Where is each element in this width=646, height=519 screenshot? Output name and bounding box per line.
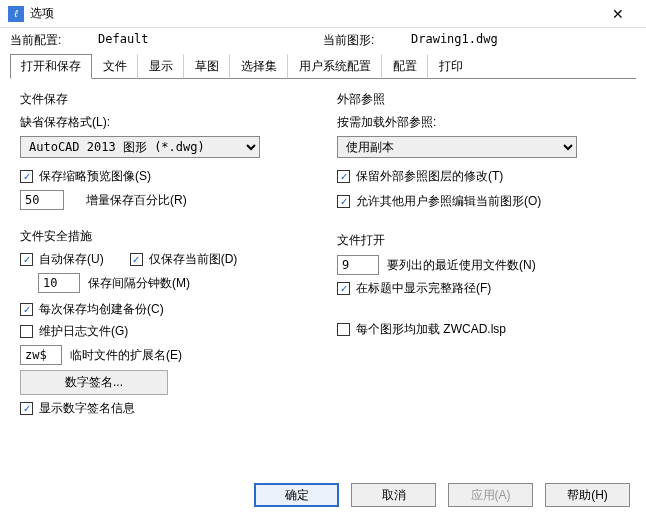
- current-only-checkbox[interactable]: [130, 253, 143, 266]
- cancel-button[interactable]: 取消: [351, 483, 436, 507]
- default-format-label: 缺省保存格式(L):: [20, 114, 110, 131]
- full-path-checkbox[interactable]: [337, 282, 350, 295]
- current-only-label: 仅保存当前图(D): [149, 251, 238, 268]
- default-format-select[interactable]: AutoCAD 2013 图形 (*.dwg): [20, 136, 260, 158]
- allow-edit-label: 允许其他用户参照编辑当前图形(O): [356, 193, 541, 210]
- recent-count-input[interactable]: [337, 255, 379, 275]
- tab-panel: 文件保存 缺省保存格式(L): AutoCAD 2013 图形 (*.dwg) …: [10, 79, 636, 445]
- temp-ext-label: 临时文件的扩展名(E): [70, 347, 182, 364]
- current-config-label: 当前配置:: [10, 32, 98, 49]
- autosave-label: 自动保存(U): [39, 251, 104, 268]
- show-digital-sig-checkbox[interactable]: [20, 402, 33, 415]
- xref-load-select[interactable]: 使用副本: [337, 136, 577, 158]
- temp-ext-input[interactable]: [20, 345, 62, 365]
- interval-input[interactable]: [38, 273, 80, 293]
- file-save-group: 文件保存 缺省保存格式(L): AutoCAD 2013 图形 (*.dwg) …: [20, 91, 309, 210]
- file-open-title: 文件打开: [337, 232, 626, 249]
- save-thumbnail-label: 保存缩略预览图像(S): [39, 168, 151, 185]
- full-path-label: 在标题中显示完整路径(F): [356, 280, 491, 297]
- ok-button[interactable]: 确定: [254, 483, 339, 507]
- tabstrip: 打开和保存 文件 显示 草图 选择集 用户系统配置 配置 打印: [10, 53, 636, 79]
- log-label: 维护日志文件(G): [39, 323, 128, 340]
- lsp-group: 每个图形均加载 ZWCAD.lsp: [337, 321, 626, 338]
- help-button[interactable]: 帮助(H): [545, 483, 630, 507]
- backup-label: 每次保存均创建备份(C): [39, 301, 164, 318]
- keep-layer-label: 保留外部参照图层的修改(T): [356, 168, 503, 185]
- current-drawing-label: 当前图形:: [323, 32, 411, 49]
- autosave-checkbox[interactable]: [20, 253, 33, 266]
- apply-button[interactable]: 应用(A): [448, 483, 533, 507]
- app-icon: ℓ: [8, 6, 24, 22]
- xref-title: 外部参照: [337, 91, 626, 108]
- show-digital-sig-label: 显示数字签名信息: [39, 400, 135, 417]
- tab-draft[interactable]: 草图: [184, 54, 230, 79]
- incremental-percent-label: 增量保存百分比(R): [86, 192, 187, 209]
- tab-open-save[interactable]: 打开和保存: [10, 54, 92, 79]
- window-title: 选项: [30, 5, 598, 22]
- right-column: 外部参照 按需加载外部参照: 使用副本 保留外部参照图层的修改(T) 允许其他用…: [337, 91, 626, 435]
- file-open-group: 文件打开 要列出的最近使用文件数(N) 在标题中显示完整路径(F): [337, 232, 626, 297]
- load-lsp-checkbox[interactable]: [337, 323, 350, 336]
- xref-group: 外部参照 按需加载外部参照: 使用副本 保留外部参照图层的修改(T) 允许其他用…: [337, 91, 626, 210]
- titlebar: ℓ 选项 ✕: [0, 0, 646, 28]
- load-lsp-label: 每个图形均加载 ZWCAD.lsp: [356, 321, 506, 338]
- log-checkbox[interactable]: [20, 325, 33, 338]
- incremental-percent-input[interactable]: [20, 190, 64, 210]
- close-icon[interactable]: ✕: [598, 0, 638, 28]
- left-column: 文件保存 缺省保存格式(L): AutoCAD 2013 图形 (*.dwg) …: [20, 91, 309, 435]
- safety-title: 文件安全措施: [20, 228, 309, 245]
- save-thumbnail-checkbox[interactable]: [20, 170, 33, 183]
- digital-signature-button[interactable]: 数字签名...: [20, 370, 168, 395]
- current-drawing-value: Drawing1.dwg: [411, 32, 498, 49]
- recent-count-label: 要列出的最近使用文件数(N): [387, 257, 536, 274]
- profile-row: 当前配置: Default 当前图形: Drawing1.dwg: [10, 28, 636, 51]
- file-save-title: 文件保存: [20, 91, 309, 108]
- tab-print[interactable]: 打印: [428, 54, 474, 79]
- xref-load-label: 按需加载外部参照:: [337, 114, 436, 131]
- tab-profiles[interactable]: 配置: [382, 54, 428, 79]
- tab-display[interactable]: 显示: [138, 54, 184, 79]
- tab-file[interactable]: 文件: [92, 54, 138, 79]
- safety-group: 文件安全措施 自动保存(U) 仅保存当前图(D) 保存间隔分钟数(M): [20, 228, 309, 417]
- dialog-footer: 确定 取消 应用(A) 帮助(H): [0, 483, 646, 519]
- keep-layer-checkbox[interactable]: [337, 170, 350, 183]
- interval-label: 保存间隔分钟数(M): [88, 275, 190, 292]
- tab-selection[interactable]: 选择集: [230, 54, 288, 79]
- tab-user-prefs[interactable]: 用户系统配置: [288, 54, 382, 79]
- allow-edit-checkbox[interactable]: [337, 195, 350, 208]
- backup-checkbox[interactable]: [20, 303, 33, 316]
- current-config-value: Default: [98, 32, 149, 49]
